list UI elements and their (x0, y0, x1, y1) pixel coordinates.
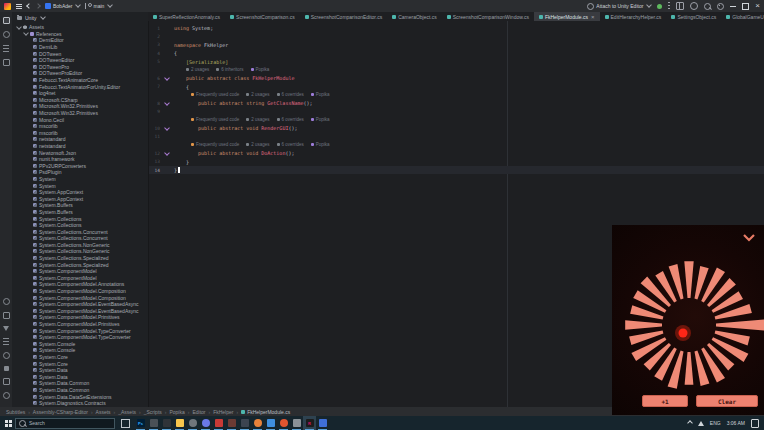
plus-one-button[interactable]: +1 (642, 395, 688, 407)
photos-app-taskbar-button[interactable] (316, 416, 329, 430)
orange-app-taskbar-button[interactable] (277, 416, 290, 430)
code-lens-item[interactable]: Popika (251, 67, 270, 72)
tree-item-reference[interactable]: System.Data (12, 367, 148, 374)
code-line[interactable]: 14} (148, 166, 764, 174)
code-lens-item[interactable]: 6 overrides (277, 117, 304, 122)
tree-item-reference[interactable]: System.Data.DataSetExtensions (12, 393, 148, 400)
tree-item-reference[interactable]: Microsoft.CSharp (12, 97, 148, 104)
inheritor-gutter-icon[interactable] (164, 100, 170, 106)
code-lens-item[interactable]: Popika (311, 92, 330, 97)
network-icon[interactable] (698, 421, 704, 426)
tree-item-reference[interactable]: System.Collections.Concurrent (12, 235, 148, 242)
tree-item-reference[interactable]: System.Collections.Specialized (12, 261, 148, 268)
code-lens-item[interactable]: 2 usages (246, 92, 269, 97)
code-lens-item[interactable]: Popika (311, 117, 330, 122)
code-lens-item[interactable]: 2 usages (186, 67, 209, 72)
tree-item-reference[interactable]: DOTweenEditor (12, 57, 148, 64)
tree-item-reference[interactable]: System.Collections.Concurrent (12, 228, 148, 235)
tree-node-references[interactable]: References (12, 31, 148, 38)
tree-item-reference[interactable]: System.ComponentModel (12, 268, 148, 275)
editor-tab[interactable]: ScreenshotComparison.cs (225, 12, 300, 21)
tree-item-reference[interactable]: PPv2URPConverters (12, 162, 148, 169)
breadcrumb-item[interactable]: Popika (169, 409, 184, 415)
bookmarks-tool-icon[interactable] (3, 59, 10, 66)
tree-item-reference[interactable]: System.Buffers (12, 209, 148, 216)
code-lens-item[interactable]: 2 usages (246, 117, 269, 122)
tree-item-reference[interactable]: System.Collections (12, 215, 148, 222)
tree-item-reference[interactable]: mscorlib (12, 130, 148, 137)
app-maroon-taskbar-button[interactable] (225, 416, 238, 430)
breadcrumb-item[interactable]: FkHelper (213, 409, 233, 415)
tree-item-reference[interactable]: netstandard (12, 136, 148, 143)
breadcrumb-item[interactable]: Assets (96, 409, 111, 415)
printer-app-taskbar-button[interactable] (290, 416, 303, 430)
tree-item-reference[interactable]: System.Data.Common (12, 380, 148, 387)
tree-item-reference[interactable]: System.ComponentModel.TypeConverter (12, 334, 148, 341)
tree-item-reference[interactable]: System.Console (12, 341, 148, 348)
code-line[interactable]: Frequently used code2 usages6 overridesP… (148, 141, 764, 149)
code-lens[interactable]: Frequently used code2 usages6 overridesP… (174, 117, 330, 122)
tree-item-reference[interactable]: System.Buffers (12, 202, 148, 209)
code-lens-item[interactable]: 2 usages (246, 142, 269, 147)
start-button[interactable] (0, 416, 15, 430)
code-lens-item[interactable]: 6 overrides (277, 92, 304, 97)
minimize-button[interactable] (730, 6, 736, 7)
code-line[interactable]: 13 } (148, 158, 764, 166)
editor-tab[interactable]: FkHelperModule.cs× (534, 12, 600, 21)
code-line[interactable]: 2 (148, 32, 764, 40)
code-line[interactable]: 2 usages6 inheritorsPopika (148, 66, 764, 74)
code-lens-item[interactable]: Frequently used code (191, 142, 239, 147)
tree-item-reference[interactable]: System.ComponentModel.EventBasedAsync (12, 308, 148, 315)
tree-item-reference[interactable]: System.ComponentModel.EventBasedAsync (12, 301, 148, 308)
breadcrumb-item[interactable]: Assembly-CSharp-Editor (33, 409, 88, 415)
tree-item-reference[interactable]: System.Console (12, 347, 148, 354)
tree-item-reference[interactable]: System.Collections.NonGeneric (12, 242, 148, 249)
tree-item-reference[interactable]: System.Collections.NonGeneric (12, 248, 148, 255)
editor-tab[interactable]: SettingsObject.cs (666, 12, 721, 21)
editor-tab[interactable]: ScreenshotComparisonWindow.cs (442, 12, 534, 21)
tree-item-reference[interactable]: System (12, 176, 148, 183)
code-lens-item[interactable]: Frequently used code (191, 92, 239, 97)
code-lens[interactable]: Frequently used code2 usages6 overridesP… (174, 142, 330, 147)
tree-item-reference[interactable]: System.ComponentModel (12, 275, 148, 282)
unit-tests-tool-icon[interactable] (4, 366, 9, 371)
more-actions-icon[interactable] (668, 2, 670, 10)
tree-item-reference[interactable]: System.ComponentModel.Primitives (12, 314, 148, 321)
debug-button[interactable] (657, 4, 662, 9)
app-slate-taskbar-button[interactable] (238, 416, 251, 430)
code-line[interactable]: Frequently used code2 usages6 overridesP… (148, 91, 764, 99)
code-line[interactable]: 1using System; (148, 24, 764, 32)
breadcrumb-item[interactable]: FkHelperModule.cs (241, 409, 290, 415)
tree-item-reference[interactable]: System.Core (12, 354, 148, 361)
tree-item-reference[interactable]: nunit.framework (12, 156, 148, 163)
inheritor-gutter-icon[interactable] (164, 75, 170, 81)
chevron-expanded-icon[interactable] (16, 24, 22, 30)
tree-item-reference[interactable]: System.Core (12, 360, 148, 367)
navigate-forward-icon[interactable] (35, 3, 41, 9)
editor-tab[interactable]: ScreenshotComparisonEditor.cs (300, 12, 387, 21)
tree-item-reference[interactable]: Microsoft.Win32.Primitives (12, 103, 148, 110)
breadcrumb-item[interactable]: _Assets (118, 409, 136, 415)
code-line[interactable]: 10 public abstract void RenderGUI(); (148, 124, 764, 132)
task-view-icon[interactable] (121, 419, 130, 428)
search-icon[interactable] (704, 3, 711, 10)
services-tool-icon[interactable] (3, 312, 10, 319)
project-view-selector[interactable]: Unity (12, 12, 148, 23)
code-line[interactable]: 7 { (148, 82, 764, 90)
app-grey-taskbar-button[interactable] (147, 416, 160, 430)
tree-item-reference[interactable]: netstandard (12, 143, 148, 150)
breadcrumb-item[interactable]: _Scripts (144, 409, 162, 415)
tree-item-reference[interactable]: System.ComponentModel.Annotations (12, 281, 148, 288)
tree-item-reference[interactable]: System (12, 182, 148, 189)
tree-item-reference[interactable]: DOTweenProEditor (12, 70, 148, 77)
problems-tool-icon[interactable] (3, 352, 10, 359)
editor-tab[interactable]: GlobalGameUI.cs (721, 12, 764, 21)
inheritor-gutter-icon[interactable] (164, 150, 170, 156)
tree-item-reference[interactable]: System.AppContext (12, 195, 148, 202)
tree-item-reference[interactable]: System.Data (12, 373, 148, 380)
tree-item-reference[interactable]: PsdPlugin (12, 169, 148, 176)
project-tool-icon[interactable] (3, 17, 10, 24)
tree-item-reference[interactable]: mscorlib (12, 123, 148, 130)
tree-item-reference[interactable]: log4net (12, 90, 148, 97)
code-line[interactable]: 11 (148, 132, 764, 140)
